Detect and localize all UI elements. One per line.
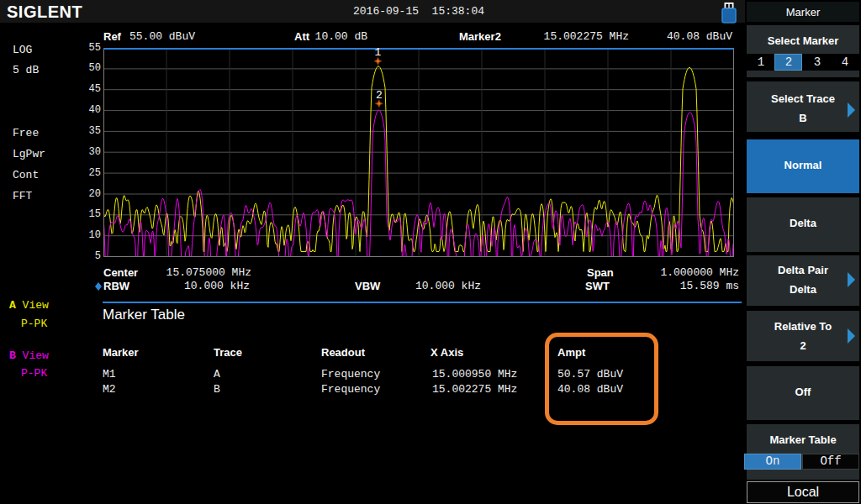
svg-text:1: 1 xyxy=(375,48,382,59)
svg-text:2: 2 xyxy=(376,89,383,102)
